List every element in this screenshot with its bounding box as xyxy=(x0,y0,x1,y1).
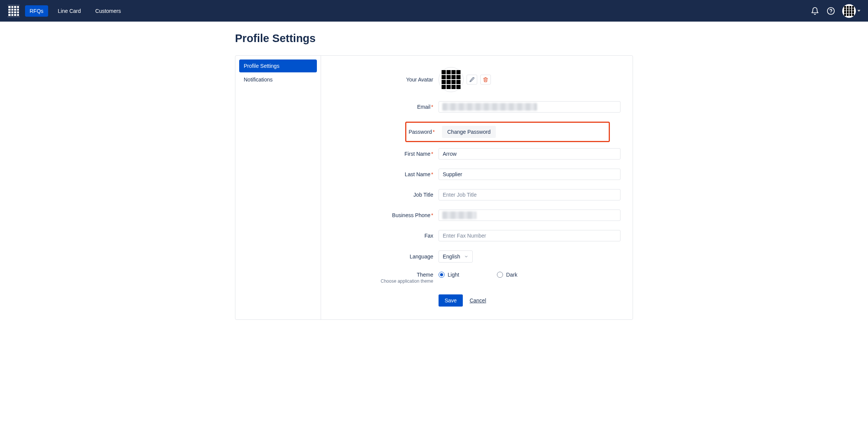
help-icon[interactable] xyxy=(826,6,835,16)
theme-light-label: Light xyxy=(448,272,459,278)
first-name-field[interactable] xyxy=(439,148,620,160)
redacted-email xyxy=(442,103,537,111)
first-name-label: First Name* xyxy=(332,151,439,157)
nav-rfqs[interactable]: RFQs xyxy=(25,5,48,17)
last-name-label: Last Name* xyxy=(332,171,439,177)
theme-label-col: Theme Choose application theme xyxy=(332,272,439,284)
password-row-highlight: Password* Change Password xyxy=(405,122,610,142)
fax-label: Fax xyxy=(332,233,439,239)
edit-avatar-button[interactable] xyxy=(467,75,477,84)
avatar-label: Your Avatar xyxy=(332,77,439,83)
radio-icon xyxy=(497,272,503,278)
settings-sidebar: Profile Settings Notifications xyxy=(235,56,321,319)
user-avatar-icon xyxy=(842,4,856,18)
change-password-button[interactable]: Change Password xyxy=(442,126,496,138)
theme-radio-dark[interactable]: Dark xyxy=(497,272,517,278)
theme-dark-label: Dark xyxy=(506,272,517,278)
settings-form: Your Avatar xyxy=(321,56,633,319)
sidebar-item-notifications[interactable]: Notifications xyxy=(239,73,317,86)
language-select[interactable]: English xyxy=(439,250,473,263)
radio-icon xyxy=(439,272,445,278)
language-label: Language xyxy=(332,253,439,260)
settings-card: Profile Settings Notifications Your Avat… xyxy=(235,55,633,320)
redacted-phone xyxy=(442,211,476,219)
business-phone-label: Business Phone* xyxy=(332,212,439,218)
chevron-down-icon xyxy=(857,10,860,12)
theme-label: Theme xyxy=(332,272,433,278)
job-title-field[interactable] xyxy=(439,189,620,200)
theme-radio-light[interactable]: Light xyxy=(439,272,459,278)
pencil-icon xyxy=(469,77,475,82)
app-switcher-icon[interactable] xyxy=(8,5,20,17)
theme-sublabel: Choose application theme xyxy=(332,279,433,284)
email-label: Email* xyxy=(332,104,439,110)
notifications-icon[interactable] xyxy=(810,6,819,16)
job-title-label: Job Title xyxy=(332,192,439,198)
save-button[interactable]: Save xyxy=(439,294,463,307)
language-value: English xyxy=(443,253,460,260)
top-navbar: RFQs Line Card Customers xyxy=(0,0,868,22)
nav-line-card[interactable]: Line Card xyxy=(53,5,86,17)
cancel-button[interactable]: Cancel xyxy=(470,297,486,304)
avatar-preview xyxy=(439,67,464,92)
trash-icon xyxy=(483,77,488,82)
user-menu[interactable] xyxy=(842,4,860,18)
password-label: Password* xyxy=(406,129,437,135)
fax-field[interactable] xyxy=(439,230,620,241)
delete-avatar-button[interactable] xyxy=(480,75,491,84)
nav-customers[interactable]: Customers xyxy=(91,5,125,17)
sidebar-item-profile-settings[interactable]: Profile Settings xyxy=(239,59,317,72)
last-name-field[interactable] xyxy=(439,169,620,180)
chevron-down-icon xyxy=(464,254,468,259)
page-title: Profile Settings xyxy=(235,32,633,45)
